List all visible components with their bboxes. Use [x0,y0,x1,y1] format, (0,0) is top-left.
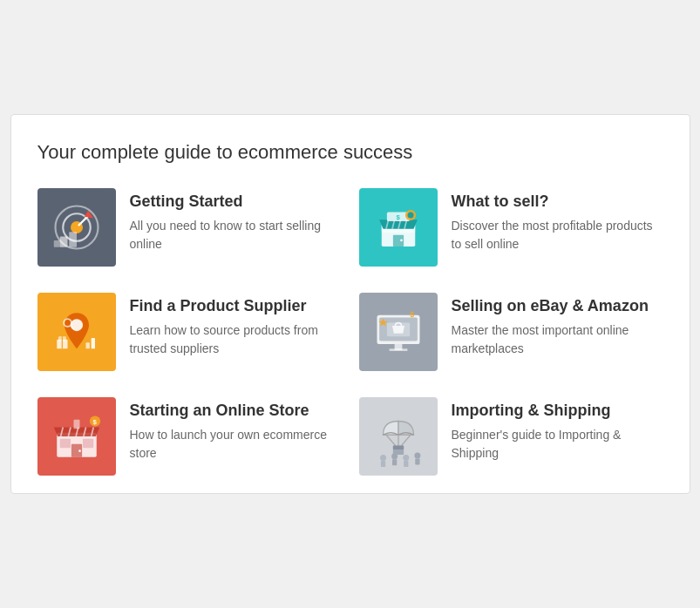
online-store-icon: $ [37,397,116,476]
svg-line-3 [78,216,88,226]
what-to-sell-desc: Discover the most profitable products to… [452,217,663,253]
item-find-supplier[interactable]: Find a Product Supplier Learn how to sou… [37,293,342,371]
selling-ebay-amazon-text: Selling on eBay & Amazon Master the most… [452,293,663,358]
importing-shipping-title: Importing & Shipping [452,401,663,421]
svg-point-20 [71,319,83,331]
svg-rect-7 [53,240,59,247]
svg-rect-31 [389,348,407,351]
items-grid: Getting Started All you need to know to … [37,188,663,476]
find-supplier-text: Find a Product Supplier Learn how to sou… [130,293,342,358]
item-online-store[interactable]: $ Starting an Online Store How to launch… [37,397,342,476]
selling-ebay-amazon-desc: Master the most important online marketp… [452,321,663,358]
svg-point-56 [391,453,398,459]
main-card: Your complete guide to ecommerce success [10,114,690,494]
online-store-text: Starting an Online Store How to launch y… [130,397,342,463]
importing-shipping-desc: Beginner's guide to Importing & Shipping [452,426,663,463]
item-what-to-sell[interactable]: $ What to sell? Discover the most profit… [359,188,663,267]
item-importing-shipping[interactable]: Importing & Shipping Beginner's guide to… [359,397,663,476]
importing-shipping-text: Importing & Shipping Beginner's guide to… [452,397,663,463]
page-title: Your complete guide to ecommerce success [37,141,663,164]
selling-ebay-amazon-icon: $ [359,293,438,371]
getting-started-text: Getting Started All you need to know to … [130,188,342,253]
svg-rect-57 [392,459,397,465]
svg-rect-53 [392,446,403,449]
getting-started-icon [37,188,116,267]
find-supplier-title: Find a Product Supplier [130,296,342,316]
svg-point-45 [78,449,81,452]
online-store-title: Starting an Online Store [130,401,342,421]
getting-started-title: Getting Started [130,192,342,212]
svg-point-17 [407,213,413,219]
svg-rect-25 [91,338,94,348]
svg-rect-46 [73,420,79,429]
svg-point-60 [414,452,420,458]
svg-rect-59 [404,461,408,467]
svg-line-51 [401,435,411,445]
svg-rect-55 [380,461,384,467]
svg-rect-61 [415,458,419,464]
what-to-sell-title: What to sell? [452,192,663,212]
online-store-desc: How to launch your own ecommerce store [130,426,342,463]
svg-text:$: $ [410,310,414,319]
svg-point-19 [400,240,403,242]
svg-text:$: $ [92,418,97,426]
item-selling-ebay-amazon[interactable]: $ Selling on eBay & Amazon Master the mo… [359,293,663,371]
svg-text:$: $ [396,213,400,221]
svg-rect-43 [83,439,93,449]
what-to-sell-text: What to sell? Discover the most profitab… [452,188,663,253]
svg-point-58 [403,455,409,461]
svg-line-49 [386,435,396,445]
svg-rect-5 [59,237,67,247]
find-supplier-desc: Learn how to source products from truste… [130,321,342,358]
svg-rect-6 [69,232,77,247]
find-supplier-icon [37,293,116,371]
svg-point-54 [380,455,386,461]
item-getting-started[interactable]: Getting Started All you need to know to … [37,188,342,267]
svg-rect-24 [85,342,89,348]
selling-ebay-amazon-title: Selling on eBay & Amazon [452,296,663,316]
what-to-sell-icon: $ [359,188,438,267]
svg-rect-42 [59,439,70,449]
getting-started-desc: All you need to know to start selling on… [130,217,342,253]
importing-shipping-icon [359,397,438,476]
